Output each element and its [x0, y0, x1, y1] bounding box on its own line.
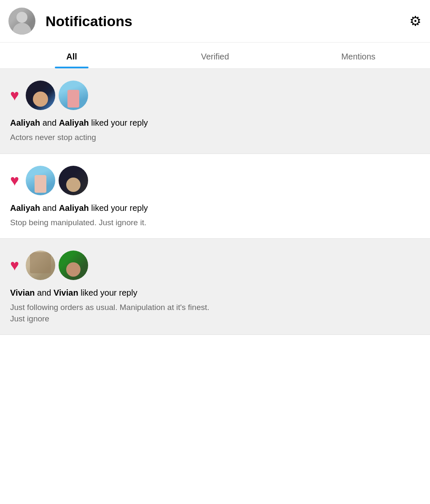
avatars	[26, 166, 88, 195]
avatar	[59, 251, 88, 280]
heart-icon: ♥	[10, 86, 19, 104]
avatar	[26, 251, 55, 280]
tab-mentions[interactable]: Mentions	[287, 43, 430, 68]
notification-item[interactable]: ♥ Aaliyah and Aaliyah liked your reply A…	[0, 69, 430, 154]
notification-top: ♥	[10, 81, 420, 110]
avatars	[26, 251, 88, 280]
avatar[interactable]	[8, 8, 35, 35]
tab-verified[interactable]: Verified	[143, 43, 287, 68]
actor-name-2: Aaliyah	[59, 118, 89, 127]
notification-item[interactable]: ♥ Vivian and Vivian liked your reply Jus…	[0, 239, 430, 335]
avatar	[26, 81, 55, 110]
notification-text: Aaliyah and Aaliyah liked your reply	[10, 117, 420, 129]
notification-item[interactable]: ♥ Aaliyah and Aaliyah liked your reply S…	[0, 154, 430, 239]
actor-name-1: Vivian	[10, 288, 35, 297]
tabs-bar: All Verified Mentions	[0, 43, 430, 69]
avatars	[26, 81, 88, 110]
avatar	[26, 166, 55, 195]
heart-icon: ♥	[10, 256, 19, 274]
actor-name-1: Aaliyah	[10, 203, 40, 213]
page-title: Notifications	[46, 13, 409, 30]
notification-subtext: Just following orders as usual. Manipula…	[10, 302, 420, 324]
heart-icon: ♥	[10, 172, 19, 189]
notification-top: ♥	[10, 166, 420, 195]
avatar	[59, 81, 88, 110]
notification-subtext: Actors never stop acting	[10, 132, 420, 143]
notification-top: ♥	[10, 251, 420, 280]
gear-icon[interactable]: ⚙	[409, 13, 422, 29]
actor-name-2: Aaliyah	[59, 203, 89, 213]
header: Notifications ⚙	[0, 0, 430, 43]
notification-text: Vivian and Vivian liked your reply	[10, 287, 420, 299]
actor-name-2: Vivian	[54, 288, 78, 297]
avatar	[59, 166, 88, 195]
actor-name-1: Aaliyah	[10, 118, 40, 127]
notification-text: Aaliyah and Aaliyah liked your reply	[10, 202, 420, 214]
notification-subtext: Stop being manipulated. Just ignore it.	[10, 217, 420, 229]
tab-all[interactable]: All	[0, 43, 143, 68]
